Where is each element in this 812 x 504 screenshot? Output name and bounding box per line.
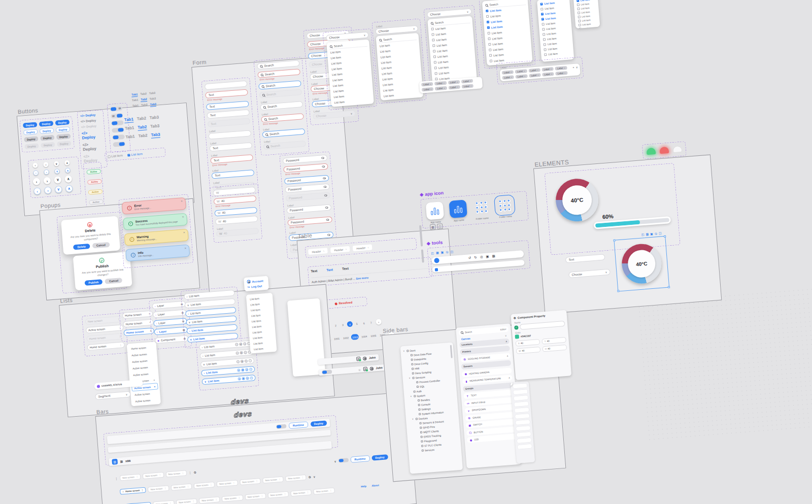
kebab-icon[interactable]: ⋮ (170, 502, 172, 504)
text-field[interactable]: Label Text Error message (210, 151, 254, 167)
arrow-button[interactable]: ‹ (33, 170, 39, 176)
password-field[interactable]: Password Error message (283, 163, 328, 176)
checkbox[interactable]: ✓ (488, 32, 490, 35)
menu-item[interactable]: Active screen× (132, 396, 159, 405)
checkbox[interactable] (433, 55, 436, 58)
sort-icon[interactable]: ↑↓ (323, 250, 324, 252)
image-icon[interactable]: ▣ (650, 232, 653, 236)
tag-chip[interactable]: Label× (435, 86, 447, 91)
close-icon[interactable]: × (153, 378, 155, 381)
checkbox[interactable]: ✓ (578, 19, 581, 22)
table-header-cell[interactable]: Header↑↓ (353, 244, 373, 251)
tree-expander-icon[interactable]: ∨ (403, 350, 405, 352)
tab[interactable]: Tab2 (138, 133, 148, 139)
app-tile-active[interactable]: App name (449, 199, 467, 222)
confirm-publish-button[interactable]: Publish (84, 279, 103, 286)
clear-icon[interactable]: × (572, 66, 574, 69)
tag-chip[interactable]: Label× (448, 85, 460, 90)
remove-chip-icon[interactable]: × (551, 73, 552, 75)
tab-new-screen[interactable]: New screen⋮ (217, 480, 238, 487)
tab-new-screen[interactable]: New screen⋮ (290, 489, 312, 496)
copy-icon[interactable]: ◫ (245, 368, 248, 371)
search-field[interactable]: Label Search (263, 137, 306, 150)
kebab-icon[interactable]: ⋮ (215, 498, 218, 501)
toggle-switch[interactable]: ☎ (110, 106, 123, 112)
expandable-list-item[interactable]: ∨ List item (184, 298, 235, 309)
deploy-button[interactable]: Deploy (56, 133, 71, 140)
expand-icon[interactable]: › (186, 295, 187, 298)
kebab-icon[interactable]: ⋮ (182, 472, 184, 474)
arrow-button[interactable]: › (43, 177, 51, 185)
segment-select[interactable]: Segment∨ (95, 391, 131, 399)
dimension-input[interactable]: X40 (515, 339, 540, 347)
arrow-button[interactable]: ‹ (32, 178, 40, 185)
checkbox[interactable]: ✓ (542, 28, 545, 30)
kebab-icon[interactable]: ⋮ (284, 493, 286, 495)
cancel-button[interactable]: Cancel (105, 278, 123, 284)
tab-new-screen[interactable]: New screen⋮ (194, 482, 215, 489)
chevron-down-icon[interactable]: ∨ (334, 459, 336, 463)
deploy-button[interactable]: Deploy (24, 136, 39, 142)
checkbox[interactable]: ✓ (544, 53, 547, 56)
search-field[interactable]: Label Search (260, 97, 303, 111)
checkbox[interactable]: ✓ (540, 8, 543, 10)
tab[interactable]: Tab2 (141, 97, 147, 102)
page-button[interactable]: 6 (361, 320, 367, 326)
text-field[interactable]: Label (208, 126, 251, 140)
table-cell[interactable]: Text (326, 267, 333, 272)
redo-icon[interactable]: ↻ (474, 255, 477, 259)
tag-chip[interactable]: Label× (461, 79, 473, 84)
checkbox[interactable] (434, 72, 437, 75)
tab[interactable]: Tab3 (151, 132, 160, 138)
checkbox[interactable]: ✓ (542, 23, 544, 25)
eye-icon[interactable] (326, 219, 329, 221)
image-icon[interactable]: ▣ (486, 254, 489, 258)
tab[interactable]: Tab3 (150, 103, 156, 107)
tab-new-screen[interactable]: New screen⋮ (245, 493, 266, 500)
tab-new-screen[interactable]: New screen⋮ (267, 491, 289, 498)
checkbox[interactable]: ✓ (487, 26, 490, 29)
close-icon[interactable]: × (154, 385, 155, 388)
layer-expand-icon[interactable]: ◆ (157, 339, 159, 342)
tab-new-screen[interactable]: New screen⋮ (222, 495, 243, 502)
search-field[interactable]: Search (258, 80, 301, 90)
expand-icon[interactable]: ∨ (203, 363, 205, 366)
table-cell[interactable]: Text (342, 266, 349, 271)
kebab-icon[interactable]: ⋮ (136, 475, 139, 478)
tag-chip[interactable]: Label× (422, 87, 434, 92)
tab-new-screen[interactable]: New screen⋮ (171, 484, 192, 491)
checkbox-item[interactable]: ✓List item (127, 152, 143, 156)
close-icon[interactable]: × (183, 231, 185, 234)
closable-list-item[interactable]: Home screen × (123, 327, 154, 336)
page-button[interactable]: 5 (354, 321, 360, 327)
arrow-button[interactable]: ∧ (64, 175, 72, 183)
about-link[interactable]: About (371, 484, 379, 487)
remove-chip-icon[interactable]: × (511, 76, 512, 79)
username[interactable]: John (376, 366, 383, 369)
confirm-delete-button[interactable]: Delete (73, 244, 90, 250)
remove-chip-icon[interactable]: × (444, 87, 445, 89)
tab[interactable]: Tab1 (124, 117, 134, 123)
checkbox[interactable]: ✓ (540, 3, 543, 5)
page-button[interactable]: 7 (368, 319, 374, 325)
checkbox[interactable] (432, 44, 435, 47)
text-field[interactable]: Text Error message (205, 89, 248, 102)
expand-icon[interactable]: ∨ (190, 338, 192, 341)
tab[interactable]: Tab1 (132, 98, 139, 103)
expand-icon[interactable]: ∨ (187, 304, 189, 307)
gear-icon[interactable]: ⚙ (308, 475, 311, 479)
remove-chip-icon[interactable]: × (537, 74, 539, 76)
kebab-icon[interactable]: ⋮ (159, 474, 161, 476)
logout-menu-item[interactable]: ↪Log Out (246, 283, 267, 290)
add-icon[interactable]: + (249, 367, 252, 371)
search-field[interactable]: Search (259, 89, 302, 98)
eye-icon[interactable] (321, 157, 324, 159)
search-field[interactable]: Label Search (262, 125, 305, 138)
edit-icon[interactable]: ▣ (240, 351, 243, 354)
view-icon[interactable]: ◎ (235, 351, 239, 354)
tab-new-screen[interactable]: New screen⋮ (262, 476, 284, 483)
number-field[interactable]: W (213, 187, 256, 196)
checkbox[interactable]: ✓ (543, 33, 545, 36)
layer-list-item[interactable]: › Layer ◉ (152, 300, 186, 309)
expand-icon[interactable]: › (188, 312, 189, 315)
